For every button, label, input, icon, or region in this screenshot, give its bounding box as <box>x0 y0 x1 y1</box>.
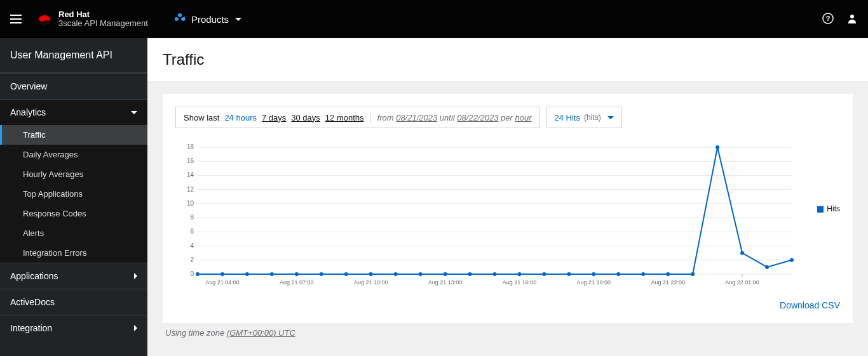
svg-point-51 <box>419 272 423 276</box>
sidebar-item-label: Integration <box>10 323 52 333</box>
tz-prefix: Using time zone <box>165 328 224 338</box>
chart-legend: Hits <box>808 141 840 213</box>
sidebar-item-applications[interactable]: Applications <box>0 263 147 289</box>
products-dropdown[interactable]: Products <box>167 0 249 38</box>
svg-text:2: 2 <box>190 256 194 263</box>
svg-text:Aug 21 22:00: Aug 21 22:00 <box>651 279 685 286</box>
range-opt-24h[interactable]: 24 hours <box>224 113 257 122</box>
metric-sub: (hits) <box>584 113 601 122</box>
sidebar-item-analytics[interactable]: Analytics <box>0 99 147 125</box>
from-label: from <box>377 113 394 122</box>
sidebar-item-integration[interactable]: Integration <box>0 315 147 341</box>
cubes-icon <box>175 13 185 25</box>
svg-point-60 <box>641 272 645 276</box>
caret-down-icon <box>235 18 241 21</box>
svg-text:16: 16 <box>187 157 194 164</box>
controls-row: Show last 24 hours 7 days 30 days 12 mon… <box>175 107 840 128</box>
per-value[interactable]: hour <box>515 113 531 122</box>
sidebar-subitem-integration-errors[interactable]: Integration Errors <box>0 243 147 263</box>
svg-point-50 <box>394 272 398 276</box>
svg-point-43 <box>220 272 224 276</box>
legend-label: Hits <box>827 204 840 213</box>
timezone-note: Using time zone (GMT+00:00) UTC <box>163 323 853 350</box>
svg-point-66 <box>790 258 794 262</box>
chevron-down-icon <box>131 111 137 114</box>
from-date[interactable]: 08/21/2023 <box>396 113 437 122</box>
svg-text:6: 6 <box>190 228 194 235</box>
sidebar-subitem-daily-averages[interactable]: Daily Averages <box>0 145 147 164</box>
svg-text:10: 10 <box>187 200 194 207</box>
brand: Red Hat 3scale API Management <box>36 10 148 29</box>
user-icon[interactable] <box>846 13 858 26</box>
svg-point-52 <box>444 272 447 276</box>
svg-point-57 <box>567 272 571 276</box>
sidebar-title: User Management API <box>0 38 147 73</box>
svg-point-42 <box>196 272 200 276</box>
svg-point-55 <box>517 272 521 276</box>
svg-point-46 <box>295 272 299 276</box>
chevron-right-icon <box>134 273 137 279</box>
download-csv-link[interactable]: Download CSV <box>780 300 840 310</box>
range-prefix: Show last <box>184 113 219 122</box>
sidebar-item-label: Overview <box>10 81 47 91</box>
sidebar-subitem-hourly-averages[interactable]: Hourly Averages <box>0 164 147 184</box>
svg-point-59 <box>616 272 620 276</box>
range-opt-12m[interactable]: 12 months <box>325 113 364 122</box>
hamburger-menu-icon[interactable] <box>10 11 25 27</box>
range-opt-30d[interactable]: 30 days <box>291 113 320 122</box>
sidebar-item-label: ActiveDocs <box>10 297 55 307</box>
svg-point-53 <box>468 272 472 276</box>
svg-text:18: 18 <box>187 143 194 150</box>
svg-text:4: 4 <box>190 242 194 249</box>
traffic-panel: Show last 24 hours 7 days 30 days 12 mon… <box>163 94 853 323</box>
sidebar-item-label: Analytics <box>10 107 46 117</box>
range-selector: Show last 24 hours 7 days 30 days 12 mon… <box>175 107 540 128</box>
svg-point-62 <box>691 272 695 276</box>
chevron-right-icon <box>134 325 137 331</box>
svg-marker-0 <box>178 13 182 17</box>
svg-point-56 <box>542 272 546 276</box>
svg-text:8: 8 <box>190 214 194 221</box>
svg-text:Aug 21 16:00: Aug 21 16:00 <box>503 279 537 286</box>
legend-swatch-icon <box>817 206 824 213</box>
until-label: until <box>440 113 455 122</box>
svg-point-64 <box>740 251 744 255</box>
svg-point-45 <box>270 272 274 276</box>
svg-point-48 <box>344 272 348 276</box>
until-date[interactable]: 08/22/2023 <box>457 113 498 122</box>
brand-line2: 3scale API Management <box>58 19 148 28</box>
sidebar-subitem-alerts[interactable]: Alerts <box>0 223 147 243</box>
svg-text:Aug 21 04:00: Aug 21 04:00 <box>205 279 240 286</box>
per-label: per <box>501 113 513 122</box>
tz-value[interactable]: (GMT+00:00) UTC <box>227 328 295 338</box>
sidebar-item-label: Applications <box>10 271 58 281</box>
svg-text:12: 12 <box>187 186 194 193</box>
svg-point-65 <box>765 265 769 269</box>
range-opt-7d[interactable]: 7 days <box>262 113 286 122</box>
sidebar-subitem-response-codes[interactable]: Response Codes <box>0 204 147 223</box>
sidebar: User Management API Overview Analytics T… <box>0 38 147 356</box>
sidebar-item-activedocs[interactable]: ActiveDocs <box>0 289 147 315</box>
redhat-logo-icon <box>36 13 53 25</box>
chart-wrap: 024681012141618Aug 21 04:00Aug 21 07:00A… <box>175 141 840 295</box>
chart: 024681012141618Aug 21 04:00Aug 21 07:00A… <box>175 141 808 295</box>
metric-dropdown[interactable]: 24 Hits (hits) <box>546 107 622 128</box>
page-title: Traffic <box>163 51 853 69</box>
sidebar-item-overview[interactable]: Overview <box>0 73 147 99</box>
svg-point-63 <box>715 145 719 149</box>
products-label: Products <box>191 14 229 25</box>
svg-text:0: 0 <box>190 270 194 277</box>
metric-value: 24 Hits <box>555 113 580 122</box>
caret-down-icon <box>607 116 614 119</box>
help-icon[interactable]: ? <box>822 13 834 26</box>
svg-point-5 <box>850 15 854 18</box>
svg-text:Aug 21 19:00: Aug 21 19:00 <box>577 279 611 286</box>
brand-line1: Red Hat <box>58 10 148 19</box>
svg-point-44 <box>245 272 249 276</box>
page-header: Traffic <box>147 38 868 81</box>
svg-point-61 <box>666 272 670 276</box>
sidebar-subitem-top-applications[interactable]: Top Applications <box>0 184 147 204</box>
sidebar-subitem-traffic[interactable]: Traffic <box>0 125 147 145</box>
svg-text:?: ? <box>826 15 831 22</box>
svg-text:Aug 21 10:00: Aug 21 10:00 <box>354 279 388 286</box>
